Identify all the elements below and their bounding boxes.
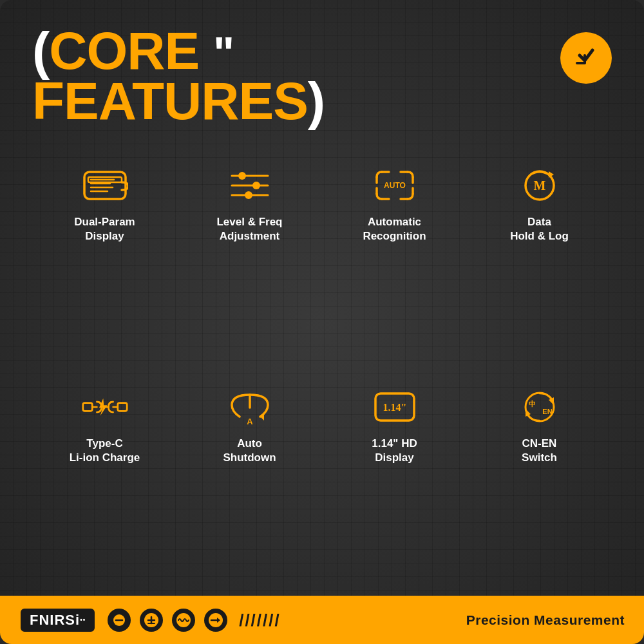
close-paren: ) <box>308 71 325 130</box>
main-container: (CORE " FEATURES) <box>0 0 644 644</box>
minus-icon <box>108 609 131 632</box>
feature-auto-shutdown: A AutoShutdown <box>177 374 322 589</box>
title-block: (CORE " FEATURES) <box>32 26 325 126</box>
features-text: FEATURES <box>32 71 308 130</box>
auto-shutdown-label: AutoShutdown <box>223 437 276 465</box>
feature-cn-en: 中 EN CN-ENSwitch <box>467 374 612 589</box>
feature-auto-recognition: AUTO AutomaticRecognition <box>322 152 467 368</box>
features-grid: Dual-ParamDisplay Level & FreqAdjustment <box>32 152 612 589</box>
bottom-icons: / / / / / / / <box>108 609 455 632</box>
feature-hd-display: 1.14" 1.14" HDDisplay <box>322 374 467 589</box>
brand-dots: •• <box>80 616 86 623</box>
svg-text:A: A <box>247 417 253 426</box>
header: (CORE " FEATURES) <box>32 26 612 126</box>
plus-minus-icon <box>140 609 163 632</box>
feature-level-freq: Level & FreqAdjustment <box>177 152 322 368</box>
svg-rect-25 <box>82 403 91 412</box>
data-hold-label: DataHold & Log <box>510 215 569 243</box>
cn-en-label: CN-ENSwitch <box>522 437 557 465</box>
feature-data-hold: M DataHold & Log <box>467 152 612 368</box>
hd-display-label: 1.14" HDDisplay <box>372 437 417 465</box>
title-line2: FEATURES) <box>32 76 325 126</box>
brand-logo: FNIRSi•• <box>19 607 96 633</box>
svg-text:中: 中 <box>528 400 535 408</box>
svg-text:EN: EN <box>542 408 552 415</box>
slash2: / <box>245 612 249 629</box>
level-freq-label: Level & FreqAdjustment <box>216 215 282 243</box>
precision-text: Precision Measurement <box>466 612 625 628</box>
title-line1: (CORE " <box>32 26 325 76</box>
svg-text:M: M <box>533 178 545 193</box>
brand-name: FNIRSi <box>30 612 80 629</box>
check-badge <box>560 32 612 84</box>
slash7: / <box>275 612 279 629</box>
slash-group: / / / / / / / <box>239 612 279 629</box>
shutdown-icon: A <box>224 386 276 428</box>
display-icon <box>79 165 131 206</box>
svg-point-8 <box>238 172 246 180</box>
slash5: / <box>263 612 267 629</box>
language-icon: 中 EN <box>514 386 565 428</box>
svg-rect-28 <box>117 403 126 412</box>
type-c-label: Type-CLi-ion Charge <box>70 437 140 465</box>
auto-icon: AUTO <box>369 165 421 206</box>
hd-icon: 1.14" <box>369 386 421 428</box>
data-hold-icon: M <box>514 165 565 206</box>
svg-point-12 <box>245 191 252 199</box>
svg-text:1.14": 1.14" <box>383 402 406 413</box>
slash4: / <box>257 612 261 629</box>
slash1: / <box>239 612 243 629</box>
slash3: / <box>251 612 256 629</box>
arrow-right-icon <box>204 609 227 632</box>
wave-icon <box>172 609 195 632</box>
feature-dual-param: Dual-ParamDisplay <box>32 152 177 368</box>
svg-point-10 <box>252 182 260 189</box>
feature-type-c: Type-CLi-ion Charge <box>32 374 177 589</box>
charge-icon <box>79 386 131 428</box>
auto-recognition-label: AutomaticRecognition <box>363 215 426 243</box>
adjustment-icon <box>224 165 276 206</box>
svg-text:AUTO: AUTO <box>384 181 406 190</box>
dual-param-label: Dual-ParamDisplay <box>74 215 135 243</box>
checkmark-icon <box>572 44 600 72</box>
svg-rect-0 <box>84 172 126 199</box>
bottom-bar: FNIRSi•• <box>0 596 644 644</box>
slash6: / <box>269 612 273 629</box>
